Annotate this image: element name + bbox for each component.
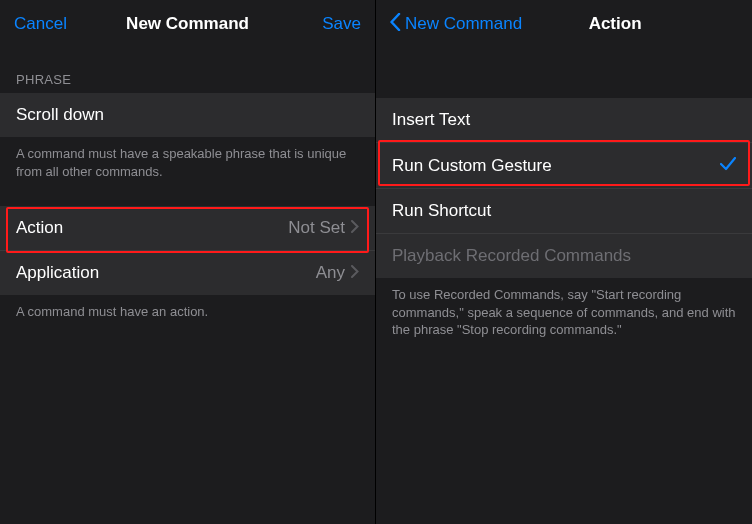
navbar-right: New Command Action: [376, 0, 752, 48]
action-value: Not Set: [288, 218, 345, 238]
phrase-footer: A command must have a speakable phrase t…: [0, 137, 375, 188]
option-insert-text[interactable]: Insert Text: [376, 98, 752, 142]
action-screen: New Command Action Insert Text Run Custo…: [376, 0, 752, 524]
back-button[interactable]: New Command: [390, 13, 522, 36]
new-command-screen: Cancel New Command Save PHRASE Scroll do…: [0, 0, 376, 524]
phrase-input[interactable]: Scroll down: [0, 93, 375, 137]
option-playback-recorded: Playback Recorded Commands: [376, 233, 752, 278]
option-run-custom-gesture[interactable]: Run Custom Gesture: [376, 142, 752, 188]
save-button[interactable]: Save: [301, 14, 361, 34]
playback-footer: To use Recorded Commands, say "Start rec…: [376, 278, 752, 347]
option-run-shortcut[interactable]: Run Shortcut: [376, 188, 752, 233]
action-label: Action: [16, 218, 63, 238]
insert-text-label: Insert Text: [392, 110, 470, 130]
chevron-right-icon: [351, 220, 359, 236]
application-label: Application: [16, 263, 99, 283]
back-label: New Command: [405, 14, 522, 34]
phrase-section-header: PHRASE: [0, 48, 375, 93]
navbar-left: Cancel New Command Save: [0, 0, 375, 48]
chevron-left-icon: [390, 13, 401, 36]
cancel-label: Cancel: [14, 14, 67, 34]
application-value: Any: [316, 263, 345, 283]
screen-title-action: Action: [589, 14, 642, 34]
run-shortcut-label: Run Shortcut: [392, 201, 491, 221]
save-label: Save: [322, 14, 361, 34]
screen-title: New Command: [126, 14, 249, 34]
action-row[interactable]: Action Not Set: [0, 206, 375, 250]
playback-label: Playback Recorded Commands: [392, 246, 631, 266]
checkmark-icon: [720, 155, 736, 176]
phrase-value: Scroll down: [16, 105, 104, 125]
cancel-button[interactable]: Cancel: [14, 14, 74, 34]
application-row[interactable]: Application Any: [0, 250, 375, 295]
run-custom-gesture-label: Run Custom Gesture: [392, 156, 552, 176]
chevron-right-icon: [351, 265, 359, 281]
action-footer: A command must have an action.: [0, 295, 375, 329]
